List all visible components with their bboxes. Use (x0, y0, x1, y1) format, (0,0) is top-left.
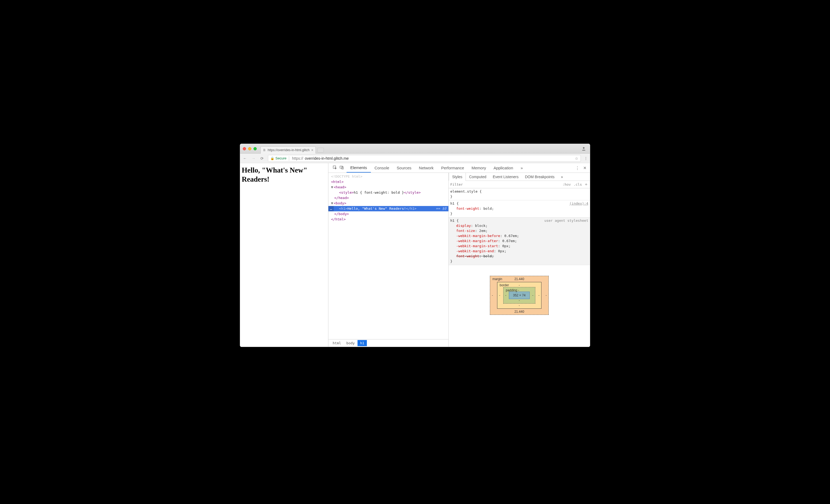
bm-margin-top: 21.440 (514, 277, 524, 281)
bm-padding-label: padding - (506, 288, 519, 292)
bm-padding-bottom: - (519, 298, 520, 302)
dom-selected-h1[interactable]: … <h1>Hello, "What's New" Readers!</h1> … (328, 206, 448, 211)
device-mode-icon[interactable] (340, 165, 344, 170)
minimize-window-button[interactable] (248, 147, 251, 150)
styles-tab-computed[interactable]: Computed (466, 173, 489, 181)
ellipsis-icon: … (328, 206, 334, 211)
styles-tab-event-listeners[interactable]: Event Listeners (489, 173, 522, 181)
elements-panel: <!DOCTYPE html> <html> ▼<head> <style>h1… (328, 173, 449, 347)
box-model-content[interactable]: 352 × 74 (509, 292, 530, 299)
secure-indicator: 🔒 Secure (270, 156, 286, 160)
dom-style[interactable]: <style>h1 { font-weight: bold }</style> (328, 190, 448, 195)
styles-panel: Styles Computed Event Listeners DOM Brea… (449, 173, 590, 347)
styles-tab-styles[interactable]: Styles (449, 173, 466, 181)
tab-sources[interactable]: Sources (393, 163, 415, 172)
prop-font-weight-overridden[interactable]: font-weight: bold; (450, 254, 588, 259)
dom-body-open[interactable]: ▼<body> (328, 201, 448, 206)
prop-margin-start[interactable]: -webkit-margin-start: 0px; (450, 244, 588, 249)
styles-tabs-overflow-icon[interactable]: » (558, 173, 566, 181)
tab-console[interactable]: Console (371, 163, 393, 172)
nav-back-button[interactable]: ← (242, 156, 248, 160)
rule-source-ua: user agent stylesheet (544, 218, 588, 223)
dom-html-open[interactable]: <html> (328, 179, 448, 185)
prop-margin-end[interactable]: -webkit-margin-end: 0px; (450, 249, 588, 254)
devtools-close-icon[interactable]: ✕ (583, 166, 587, 170)
prop-margin-after[interactable]: -webkit-margin-after: 0.67em; (450, 239, 588, 244)
styles-filter-bar: :hov .cls ＋ (449, 181, 590, 188)
box-model-padding[interactable]: padding - - - - 352 × 74 (503, 287, 535, 304)
cls-toggle[interactable]: .cls (574, 183, 582, 186)
page-heading: Hello, "What's New" Readers! (242, 166, 326, 184)
prop-display[interactable]: display: block; (450, 223, 588, 228)
browser-tab[interactable]: 🗎 https://overrides-in-html.glitch × (260, 146, 316, 154)
address-bar[interactable]: 🔒 Secure │ https://overrides-in-html.gli… (268, 155, 581, 162)
styles-tabs: Styles Computed Event Listeners DOM Brea… (449, 173, 590, 181)
box-model-border[interactable]: border - - - - padding - - - (497, 282, 541, 309)
rule-source-link[interactable]: (index):4 (570, 201, 588, 206)
bm-border-label: border (500, 283, 509, 287)
tab-memory[interactable]: Memory (468, 163, 490, 172)
close-window-button[interactable] (243, 147, 246, 150)
styles-tab-dom-breakpoints[interactable]: DOM Breakpoints (522, 173, 557, 181)
devtools: Elements Console Sources Network Perform… (328, 163, 590, 347)
url-scheme: https:// (292, 156, 303, 160)
browser-toolbar: ← → ⟳ 🔒 Secure │ https://overrides-in-ht… (240, 154, 590, 163)
close-tab-button[interactable]: × (311, 148, 313, 152)
dom-html-close[interactable]: </html> (328, 217, 448, 222)
dom-body-close[interactable]: </body> (328, 211, 448, 217)
bm-margin-right: - (546, 293, 547, 297)
secure-label: Secure (276, 156, 286, 160)
style-rules: element.style { } (index):4 h1 { font-we… (449, 188, 590, 265)
bm-margin-label: margin (492, 277, 502, 281)
tab-application[interactable]: Application (490, 163, 517, 172)
rule-h1-user-agent[interactable]: user agent stylesheet h1 { display: bloc… (449, 218, 590, 265)
browser-window: 🗎 https://overrides-in-html.glitch × ← →… (240, 144, 590, 347)
bookmark-star-icon[interactable]: ☆ (575, 156, 578, 160)
box-model: margin 21.440 21.440 - - border - - - (449, 265, 590, 347)
breadcrumb-h1[interactable]: h1 (357, 340, 367, 346)
svg-rect-2 (340, 166, 342, 168)
styles-filter-input[interactable] (450, 183, 560, 186)
dom-tree[interactable]: <!DOCTYPE html> <html> ▼<head> <style>h1… (328, 173, 448, 339)
tab-elements[interactable]: Elements (347, 163, 371, 172)
new-tab-button[interactable] (317, 148, 324, 153)
rendered-page: Hello, "What's New" Readers! (240, 163, 328, 347)
profile-avatar[interactable] (580, 145, 587, 152)
titlebar: 🗎 https://overrides-in-html.glitch × (240, 144, 590, 154)
inspect-icon[interactable] (333, 165, 337, 170)
desktop: 🗎 https://overrides-in-html.glitch × ← →… (228, 138, 602, 366)
separator: │ (288, 156, 290, 160)
prop-margin-before[interactable]: -webkit-margin-before: 0.67em; (450, 233, 588, 239)
lock-icon: 🔒 (270, 157, 274, 160)
hov-toggle[interactable]: :hov (562, 183, 571, 186)
nav-forward-button[interactable]: → (251, 156, 256, 160)
bm-border-left: - (499, 293, 500, 297)
tab-performance[interactable]: Performance (438, 163, 468, 172)
tabs-overflow-icon[interactable]: » (517, 163, 526, 172)
bm-border-right: - (539, 293, 540, 297)
bm-padding-left: - (505, 293, 506, 297)
person-icon (581, 146, 586, 151)
dom-doctype[interactable]: <!DOCTYPE html> (328, 174, 448, 179)
svg-point-0 (583, 147, 584, 149)
window-controls (243, 147, 257, 150)
prop-font-weight[interactable]: font-weight: bold; (450, 206, 588, 211)
bm-border-bottom: - (519, 304, 520, 307)
new-rule-button[interactable]: ＋ (584, 182, 588, 187)
breadcrumb-body[interactable]: body (344, 340, 357, 346)
devtools-menu-icon[interactable]: ⋮ (575, 166, 579, 170)
dom-head-open[interactable]: ▼<head> (328, 185, 448, 190)
rule-element-style[interactable]: element.style { } (449, 188, 590, 200)
rule-h1-index[interactable]: (index):4 h1 { font-weight: bold; } (449, 200, 590, 218)
maximize-window-button[interactable] (254, 147, 257, 150)
tab-network[interactable]: Network (415, 163, 438, 172)
box-model-margin[interactable]: margin 21.440 21.440 - - border - - - (490, 276, 548, 315)
bm-border-top: - (519, 283, 520, 287)
browser-menu-button[interactable]: ⋮ (584, 156, 588, 160)
prop-font-size[interactable]: font-size: 2em; (450, 228, 588, 233)
breadcrumb-html[interactable]: html (330, 340, 344, 346)
dom-head-close[interactable]: </head> (328, 195, 448, 201)
tab-title: https://overrides-in-html.glitch (268, 148, 310, 152)
page-icon: 🗎 (263, 148, 266, 152)
nav-reload-button[interactable]: ⟳ (259, 156, 265, 160)
